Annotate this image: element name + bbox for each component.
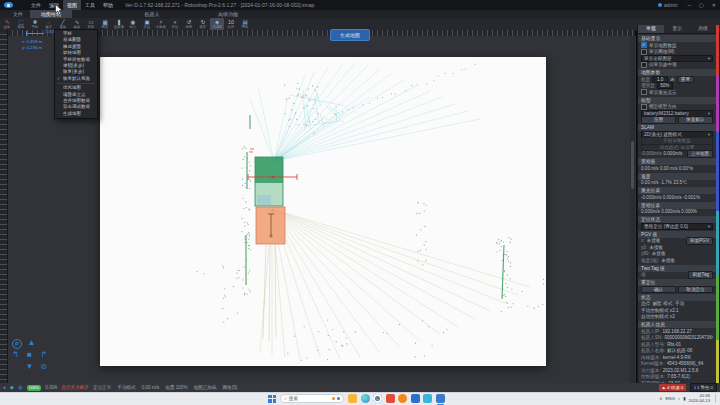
menu-4[interactable]: 工具 — [81, 0, 99, 10]
panel-row: 0.00 m/s -1.7% 23.5℃ — [638, 180, 716, 187]
checkbox[interactable] — [641, 89, 647, 95]
tool-平移[interactable]: ✥平移 — [28, 18, 42, 30]
section-header: 模型 — [638, 97, 716, 104]
刷新Tag-button[interactable]: 刷新Tag — [688, 271, 713, 279]
map-canvas[interactable] — [100, 57, 546, 366]
上传地图-button[interactable]: 上传地图 — [687, 150, 713, 158]
kv-key: y90: — [641, 251, 650, 256]
disable-motion-button[interactable]: ⊘ — [38, 361, 49, 372]
checkbox[interactable] — [641, 104, 647, 110]
tool-库位[interactable]: ▣库位 — [140, 18, 154, 30]
tool-充电桩[interactable]: ⚡充电桩 — [154, 18, 168, 30]
user-account[interactable]: admin — [658, 2, 678, 8]
checkbox[interactable] — [641, 62, 647, 68]
tray-icon[interactable]: ∧ — [659, 396, 662, 401]
warning-badge[interactable]: ℹ1 警告 0 — [690, 383, 717, 392]
tool-网格[interactable]: ▤网格 — [238, 18, 252, 30]
取消定位-button[interactable]: 取消定位 — [678, 286, 713, 294]
kv-value: 未接收 — [661, 258, 713, 263]
menu-item-13[interactable]: 生成地图 — [55, 111, 97, 117]
connection-status-icon: ● — [3, 383, 6, 392]
tool-定位[interactable]: ⌖定位 — [168, 18, 182, 30]
panel-tab-显示[interactable]: 显示 — [664, 25, 690, 33]
ribbon-tab-1[interactable]: 文件 — [8, 10, 28, 18]
canvas-scrollbar[interactable] — [630, 36, 635, 383]
maximize-button[interactable]: ▢ — [695, 0, 708, 10]
橡皮-icon: ◌ — [47, 19, 50, 25]
tool-label: 比例 — [228, 25, 235, 29]
checkbox-label: 锁定模型方向 — [649, 104, 677, 109]
rotate-right-button[interactable]: ↱ — [38, 349, 49, 360]
tool-框选[interactable]: ⬚框选 — [14, 18, 28, 30]
app-orange-icon[interactable] — [398, 394, 407, 403]
ribbon-tab-2[interactable]: 地图绘制 — [30, 10, 72, 18]
刷新PGV-button[interactable]: 刷新PGV — [686, 237, 713, 245]
checkbox-label: 显示激光点云 — [649, 90, 677, 95]
status-item: 地图已加载 — [194, 385, 217, 390]
平移-icon: ✥ — [33, 19, 38, 25]
panel-row: 机器人型号:Rbt-01 — [638, 341, 716, 348]
tool-禁区[interactable]: ▦禁区 — [98, 18, 112, 30]
checkbox[interactable] — [641, 49, 647, 55]
dropdown-select[interactable]: 里程定位 (置信度 0.0)▾ — [641, 223, 713, 231]
tool-比例[interactable]: 10比例 — [224, 18, 238, 30]
close-button[interactable]: ✕ — [708, 0, 720, 10]
dropdown-select[interactable]: 显示全部图层▾ — [641, 55, 713, 63]
roboshop-app-icon[interactable] — [436, 394, 445, 403]
tool-恢复[interactable]: ↻恢复 — [196, 18, 210, 30]
error-badge[interactable]: ▲ 4 错误 0 — [659, 384, 687, 391]
mode-status-icon: ▣ — [18, 383, 23, 392]
ribbon-tab-3[interactable]: 机器人 — [138, 10, 166, 18]
app-blue-icon[interactable] — [411, 394, 420, 403]
start-button[interactable] — [268, 395, 276, 403]
move-forward-button[interactable]: ▲ — [26, 337, 37, 348]
user-icon — [658, 3, 662, 7]
value-row: 0.00 m/s 0.00 m/s 0.00°/s — [641, 166, 693, 171]
tray-icon[interactable]: ENG — [665, 396, 675, 401]
tray-icon[interactable]: ♪ — [678, 396, 680, 401]
move-backward-button[interactable]: ▼ — [24, 361, 35, 372]
app-teal-icon[interactable] — [423, 394, 432, 403]
ribbon-tab-4[interactable]: 高级功能 — [211, 10, 245, 18]
tool-站点[interactable]: ◉站点 — [126, 18, 140, 30]
taskbar-search[interactable]: ⌕ 搜索 — [280, 394, 344, 403]
tool-画笔[interactable]: ✎画笔 — [0, 18, 14, 30]
field-label: 精度 — [641, 77, 650, 82]
app-red-icon[interactable] — [386, 394, 395, 403]
menu-item-8[interactable]: ✓恢复默认视角 — [55, 76, 97, 82]
menu-3[interactable]: 视图 — [63, 0, 81, 10]
tool-虚拟墙[interactable]: ❚虚拟墙 — [112, 18, 126, 30]
panel-row: 仅显示选中项 — [638, 62, 716, 69]
generate-map-button[interactable]: 生成地图 — [330, 29, 370, 41]
taskbar-clock[interactable]: 20:36 2024-04-13 — [689, 394, 710, 404]
rotate-left-button[interactable]: ↰ — [10, 349, 21, 360]
menu-1[interactable]: 文件 — [27, 0, 45, 10]
kv-value: 0.000m/s — [663, 151, 684, 156]
file-explorer-icon[interactable] — [348, 394, 357, 403]
定位-icon: ⌖ — [173, 19, 176, 25]
edit-dropdown-menu: 平移框选删除橡皮擦除旋转地图平移所有数据撤销(多步)恢复(多步)✓恢复默认视角优… — [54, 29, 98, 119]
pause-button[interactable]: P — [12, 339, 22, 349]
value-row: 手动控制模式 v2.1 — [641, 308, 679, 313]
minimize-button[interactable]: ─ — [684, 0, 696, 10]
tool-SLAM[interactable]: ◈SLAM — [210, 18, 224, 30]
ribbon-tab-bar: 文件地图绘制机器人高级功能 — [0, 10, 720, 18]
panel-row: 里程定位 (置信度 0.0)▾ — [638, 223, 716, 230]
tray-icon[interactable]: ▮ — [683, 396, 685, 401]
checkbox[interactable] — [641, 42, 647, 48]
show-desktop-button[interactable] — [715, 394, 716, 403]
重置-button[interactable]: 重置 — [677, 76, 694, 84]
scrollbar-handle[interactable] — [631, 141, 634, 189]
panel-color-strip — [716, 25, 719, 383]
stop-button[interactable]: ■ — [24, 349, 35, 360]
恢复默认-button[interactable]: 恢复默认 — [678, 116, 713, 124]
tool-撤销[interactable]: ↺撤销 — [182, 18, 196, 30]
panel-tab-常规[interactable]: 常规 — [638, 25, 664, 33]
panel-tab-高级[interactable]: 高级 — [690, 25, 716, 33]
field-input[interactable]: 50% — [657, 82, 673, 89]
menu-5[interactable]: 帮助 — [99, 0, 117, 10]
edge-browser-icon[interactable] — [361, 394, 370, 403]
chrome-browser-icon[interactable] — [373, 394, 382, 403]
确认-button[interactable]: 确认 — [641, 286, 676, 294]
应用-button[interactable]: 应用 — [641, 116, 676, 124]
